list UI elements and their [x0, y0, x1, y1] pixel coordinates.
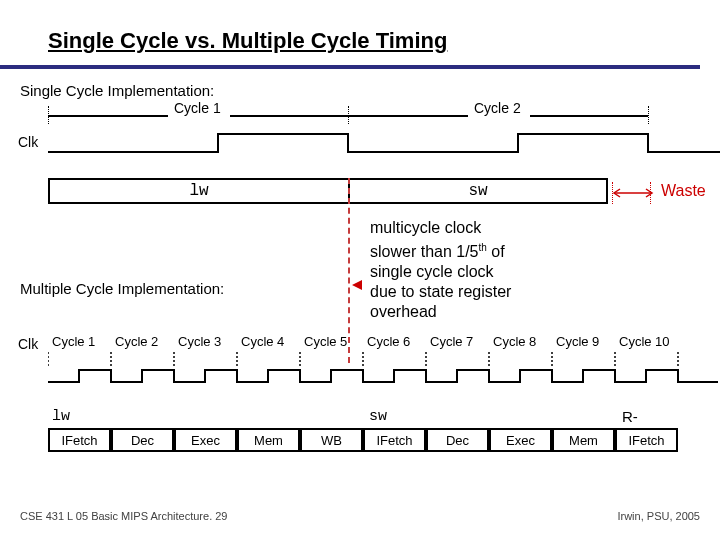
footer-left: CSE 431 L 05 Basic MIPS Architecture. 29 — [20, 510, 227, 522]
note-arrow — [352, 280, 362, 290]
single-clk-waveform — [48, 128, 720, 158]
single-heading: Single Cycle Implementation: — [20, 82, 214, 99]
multi-heading: Multiple Cycle Implementation: — [20, 280, 224, 297]
multi-clk-waveform — [48, 352, 720, 386]
single-cycle-labels: Cycle 1 Cycle 2 — [48, 106, 688, 124]
stage-cell: Dec — [426, 428, 489, 452]
multi-cycle-labels: Cycle 1 Cycle 2 Cycle 3 Cycle 4 Cycle 5 … — [52, 334, 720, 350]
cycle2-label: Cycle 2 — [474, 100, 521, 116]
waste-label: Waste — [661, 182, 706, 200]
stage-cell: Dec — [111, 428, 174, 452]
group-sw-label: sw — [369, 408, 387, 425]
stage-cell: IFetch — [363, 428, 426, 452]
group-lw-label: lw — [52, 408, 70, 425]
single-instr-sw: sw — [348, 178, 608, 204]
cycle1-label: Cycle 1 — [174, 100, 221, 116]
stage-cell: Exec — [489, 428, 552, 452]
stage-cell: Exec — [174, 428, 237, 452]
footer-right: Irwin, PSU, 2005 — [617, 510, 700, 522]
stage-cell: Mem — [552, 428, 615, 452]
stage-cell: IFetch — [615, 428, 678, 452]
stage-cell: IFetch — [48, 428, 111, 452]
note-text: multicycle clock slower than 1/5th of si… — [370, 218, 590, 322]
single-clk-label: Clk — [18, 134, 38, 150]
stage-cell: WB — [300, 428, 363, 452]
single-instr-lw: lw — [48, 178, 350, 204]
slide-title: Single Cycle vs. Multiple Cycle Timing — [48, 28, 447, 54]
title-underline — [0, 65, 700, 69]
multi-clk-label: Clk — [18, 336, 38, 352]
stage-cell: Mem — [237, 428, 300, 452]
